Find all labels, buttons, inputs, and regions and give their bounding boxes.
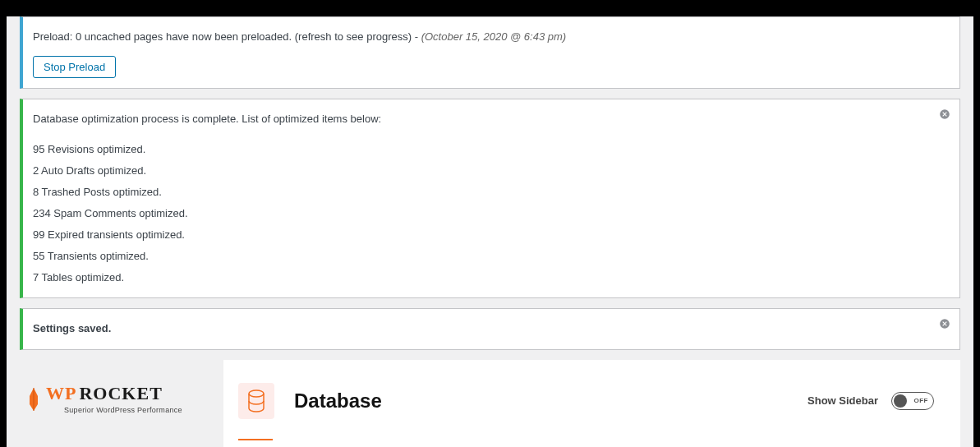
logo-column: WPROCKET Superior WordPress Performance xyxy=(20,360,209,447)
toggle-knob xyxy=(894,394,907,408)
preload-text: Preload: 0 uncached pages have now been … xyxy=(33,30,421,43)
content-column: Database Show Sidebar OFF xyxy=(223,360,960,447)
close-icon xyxy=(939,108,950,120)
db-item: 2 Auto Drafts optimized. xyxy=(33,161,950,181)
sidebar-toggle[interactable]: OFF xyxy=(891,392,934,410)
dismiss-saved-notice-button[interactable] xyxy=(936,316,953,332)
db-item: 95 Revisions optimized. xyxy=(33,140,950,159)
db-item: 7 Tables optimized. xyxy=(33,268,950,288)
settings-saved-text: Settings saved. xyxy=(33,320,950,338)
show-sidebar-label: Show Sidebar xyxy=(807,394,878,407)
database-icon-box xyxy=(238,383,274,419)
toggle-state: OFF xyxy=(914,397,929,404)
database-icon xyxy=(246,389,266,412)
preload-timestamp: (October 15, 2020 @ 6:43 pm) xyxy=(421,30,567,43)
logo-wp: WP xyxy=(46,383,76,403)
svg-point-2 xyxy=(249,390,264,397)
db-item: 234 Spam Comments optimized. xyxy=(33,204,950,224)
stop-preload-button[interactable]: Stop Preload xyxy=(33,56,116,78)
db-optimized-list: 95 Revisions optimized. 2 Auto Drafts op… xyxy=(33,140,950,288)
close-icon xyxy=(939,318,950,329)
db-item: 8 Trashed Posts optimized. xyxy=(33,182,950,202)
logo-rocket: ROCKET xyxy=(79,383,162,403)
db-item: 55 Transients optimized. xyxy=(33,247,950,266)
settings-saved-notice: Settings saved. xyxy=(20,308,960,350)
dismiss-db-notice-button[interactable] xyxy=(936,106,953,122)
preload-notice-text: Preload: 0 uncached pages have now been … xyxy=(33,29,950,46)
db-item: 99 Expired transients optimized. xyxy=(33,225,950,245)
db-notice-title: Database optimization process is complet… xyxy=(33,111,950,128)
active-tab-indicator xyxy=(238,439,273,440)
rocket-icon xyxy=(26,386,41,414)
page-title: Database xyxy=(294,389,382,412)
preload-notice: Preload: 0 uncached pages have now been … xyxy=(20,16,960,89)
logo-tagline: Superior WordPress Performance xyxy=(64,406,182,414)
db-optimization-notice: Database optimization process is complet… xyxy=(20,99,960,298)
rocket-header: WPROCKET Superior WordPress Performance … xyxy=(20,360,960,447)
